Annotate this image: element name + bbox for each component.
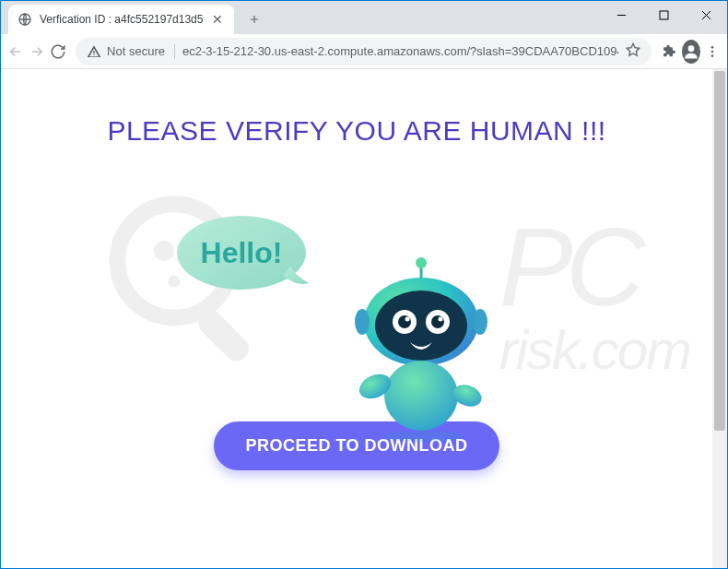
robot-icon	[329, 257, 513, 442]
security-label: Not secure	[107, 44, 165, 58]
new-tab-button[interactable]	[241, 6, 267, 32]
browser-tab[interactable]: Verfication ID : a4fc552197d13d5 ✕	[8, 5, 234, 34]
svg-point-3	[711, 46, 714, 49]
svg-point-27	[384, 431, 462, 442]
forward-button[interactable]	[28, 38, 45, 65]
speech-text: Hello!	[201, 236, 283, 269]
url-text: ec2-3-15-212-30.us-east-2.compute.amazon…	[182, 44, 618, 58]
svg-point-20	[398, 315, 411, 328]
svg-point-4	[711, 50, 714, 53]
profile-button[interactable]	[682, 40, 700, 64]
svg-point-22	[405, 317, 410, 322]
browser-toolbar: Not secure ec2-3-15-212-30.us-east-2.com…	[1, 34, 727, 69]
menu-button[interactable]	[704, 38, 722, 65]
svg-point-5	[711, 54, 714, 57]
close-icon[interactable]: ✕	[210, 12, 225, 27]
maximize-button[interactable]	[642, 1, 685, 29]
tab-title: Verfication ID : a4fc552197d13d5	[40, 13, 203, 26]
page-content: PC risk.com PLEASE VERIFY YOU ARE HUMAN …	[1, 69, 727, 568]
scrollbar[interactable]	[712, 69, 727, 568]
security-indicator[interactable]: Not secure	[87, 44, 175, 59]
scrollbar-thumb[interactable]	[714, 71, 725, 431]
svg-point-15	[355, 309, 370, 335]
back-button[interactable]	[6, 38, 24, 65]
svg-point-24	[384, 361, 458, 431]
reload-button[interactable]	[49, 38, 66, 65]
extensions-button[interactable]	[661, 38, 678, 65]
speech-bubble-icon: Hello!	[172, 211, 320, 313]
svg-point-21	[431, 315, 444, 328]
tab-bar: Verfication ID : a4fc552197d13d5 ✕	[1, 1, 727, 34]
page-body: PLEASE VERIFY YOU ARE HUMAN !!! Hello!	[1, 69, 712, 470]
svg-point-16	[473, 309, 487, 335]
svg-point-13	[416, 257, 427, 268]
warning-icon	[87, 44, 101, 59]
svg-point-17	[375, 290, 467, 361]
robot-illustration: Hello!	[200, 184, 513, 396]
close-window-button[interactable]	[685, 1, 727, 29]
svg-point-23	[439, 317, 443, 322]
svg-rect-1	[660, 11, 668, 19]
svg-point-2	[688, 45, 695, 52]
browser-window: Verfication ID : a4fc552197d13d5 ✕ Not s…	[0, 0, 728, 569]
bookmark-icon[interactable]	[626, 42, 640, 61]
globe-icon	[18, 12, 32, 27]
page-headline: PLEASE VERIFY YOU ARE HUMAN !!!	[107, 115, 605, 147]
address-bar[interactable]: Not secure ec2-3-15-212-30.us-east-2.com…	[76, 38, 652, 65]
window-controls	[600, 1, 727, 29]
minimize-button[interactable]	[600, 1, 642, 29]
